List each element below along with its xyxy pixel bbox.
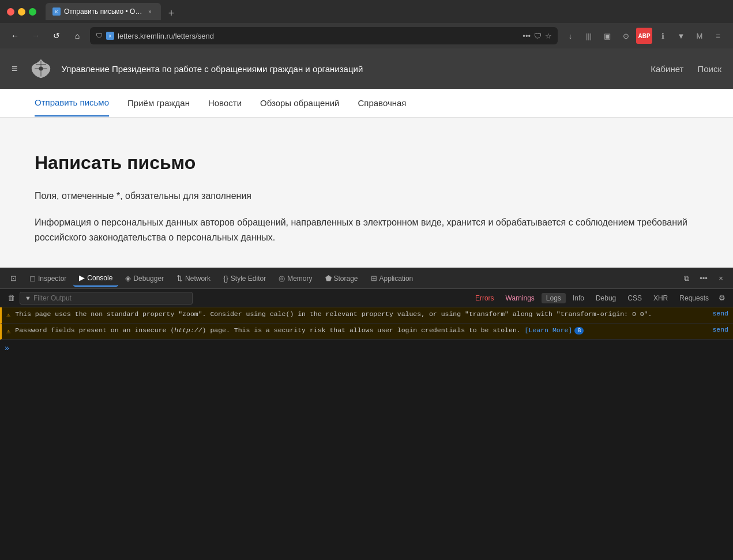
- memory-icon: ◎: [279, 274, 285, 283]
- home-button[interactable]: ⌂: [69, 28, 85, 44]
- cabinet-link[interactable]: Кабинет: [651, 64, 683, 74]
- devtools-application-tab[interactable]: ⊞ Application: [365, 270, 419, 287]
- browser-tab-active[interactable]: К Отправить письмо • Обраще... ×: [46, 3, 161, 20]
- dropdown-button[interactable]: ▼: [673, 28, 689, 44]
- inspector-tab-label: Inspector: [38, 275, 66, 283]
- hamburger-menu-button[interactable]: ≡: [12, 63, 18, 75]
- logs-filter-button[interactable]: Logs: [542, 293, 566, 303]
- traffic-light-green[interactable]: [29, 8, 36, 16]
- site-title: Управление Президента по работе с обраще…: [62, 64, 642, 74]
- application-tab-label: Application: [379, 275, 414, 283]
- console-messages: ⚠ This page uses the non standard proper…: [0, 307, 733, 394]
- main-content: Написать письмо Поля, отмеченные *, обяз…: [0, 118, 733, 268]
- badge-count: 8: [574, 327, 584, 335]
- debug-filter-button[interactable]: Debug: [591, 293, 621, 303]
- network-tab-label: Network: [185, 275, 210, 283]
- nav-item-reference[interactable]: Справочная: [358, 90, 406, 116]
- debugger-tab-label: Debugger: [133, 275, 164, 283]
- clear-console-button[interactable]: 🗑: [5, 292, 17, 305]
- browser-window: К Отправить письмо • Обраще... × + ← → ↺…: [0, 0, 733, 394]
- devtools-network-tab[interactable]: ⇅ Network: [171, 270, 216, 287]
- devtools-panel: ⊡ ◻ Inspector ▶ Console ◈ Debugger ⇅ Net…: [0, 268, 733, 394]
- search-link[interactable]: Поиск: [697, 64, 721, 74]
- message-source-2[interactable]: send: [712, 326, 728, 333]
- account-button[interactable]: ⊙: [618, 28, 634, 44]
- library-button[interactable]: |||: [581, 28, 597, 44]
- back-button[interactable]: ←: [7, 28, 23, 44]
- devtools-memory-tab[interactable]: ◎ Memory: [273, 270, 318, 287]
- nav-right-icons: ↓ ||| ▣ ⊙ ABP ℹ ▼ M ≡: [562, 28, 726, 44]
- storage-icon: ⬟: [325, 274, 332, 283]
- console-settings-button[interactable]: ⚙: [716, 292, 728, 305]
- network-icon: ⇅: [176, 274, 183, 283]
- abp-button[interactable]: ABP: [636, 28, 652, 44]
- debugger-icon: ◈: [125, 274, 131, 283]
- reader-button[interactable]: ▣: [599, 28, 615, 44]
- info-filter-button[interactable]: Info: [568, 293, 589, 303]
- pocket-button[interactable]: M: [691, 28, 708, 44]
- learn-more-link[interactable]: [Learn More]: [525, 326, 573, 334]
- reload-button[interactable]: ↺: [48, 28, 65, 44]
- forward-button[interactable]: →: [28, 28, 44, 44]
- css-filter-button[interactable]: CSS: [623, 293, 646, 303]
- filter-input-wrapper: ▼: [20, 292, 193, 305]
- address-icons: ••• 🛡 ☆: [523, 32, 552, 40]
- memory-tab-label: Memory: [287, 275, 312, 283]
- devtools-toolbar-right: ⧉ ••• ×: [679, 271, 728, 286]
- devtools-storage-tab[interactable]: ⬟ Storage: [319, 270, 364, 287]
- security-icon: 🛡: [96, 32, 103, 40]
- devtools-dock-button[interactable]: ⧉: [679, 271, 694, 286]
- requests-filter-button[interactable]: Requests: [675, 293, 713, 303]
- devtools-responsive-tab[interactable]: ⊡: [5, 270, 22, 287]
- devtools-console-tab[interactable]: ▶ Console: [73, 270, 118, 287]
- website-content: ≡ Управление Президента по работе с обра…: [0, 48, 733, 268]
- svg-point-0: [39, 66, 43, 70]
- tab-favicon: К: [52, 7, 61, 16]
- console-tab-label: Console: [87, 274, 112, 282]
- message-source-1[interactable]: send: [712, 310, 728, 317]
- star-icon[interactable]: ☆: [545, 32, 552, 40]
- address-text: letters.kremlin.ru/letters/send: [118, 32, 519, 40]
- title-bar: К Отправить письмо • Обраще... × +: [0, 0, 733, 23]
- console-message-2: ⚠ Password fields present on an insecure…: [0, 324, 733, 340]
- style-editor-icon: {}: [223, 274, 228, 283]
- filter-input[interactable]: [33, 294, 187, 302]
- traffic-light-red[interactable]: [7, 8, 14, 16]
- site-logo: [29, 57, 52, 80]
- devtools-more-button[interactable]: •••: [696, 271, 711, 286]
- shield-address-icon[interactable]: 🛡: [534, 32, 542, 40]
- traffic-lights: [7, 8, 36, 16]
- download-button[interactable]: ↓: [562, 28, 578, 44]
- info-button[interactable]: ℹ: [655, 28, 671, 44]
- tab-close-button[interactable]: ×: [146, 7, 154, 16]
- more-address-icon[interactable]: •••: [523, 32, 531, 40]
- menu-button[interactable]: ≡: [710, 28, 726, 44]
- nav-item-news[interactable]: Новости: [208, 90, 242, 116]
- message-text-2: Password fields present on an insecure (…: [15, 326, 708, 335]
- page-subtitle: Поля, отмеченные *, обязательны для запо…: [35, 191, 698, 201]
- prompt-chevron-icon: »: [5, 343, 9, 352]
- new-tab-button[interactable]: +: [164, 6, 178, 20]
- console-prompt-row: »: [0, 340, 733, 356]
- devtools-close-button[interactable]: ×: [713, 271, 728, 286]
- nav-item-send-letter[interactable]: Отправить письмо: [35, 89, 109, 116]
- filter-icon: ▼: [25, 295, 31, 302]
- console-filter-buttons: Errors Warnings Logs Info Debug CSS XHR …: [471, 293, 713, 303]
- devtools-debugger-tab[interactable]: ◈ Debugger: [119, 270, 170, 287]
- console-filter-bar: 🗑 ▼ Errors Warnings Logs Info Debug CSS …: [0, 289, 733, 307]
- devtools-inspector-tab[interactable]: ◻ Inspector: [24, 270, 72, 287]
- nav-item-reviews[interactable]: Обзоры обращений: [260, 90, 339, 116]
- nav-item-reception[interactable]: Приём граждан: [127, 90, 190, 116]
- warnings-filter-button[interactable]: Warnings: [501, 293, 539, 303]
- responsive-icon: ⊡: [10, 274, 17, 283]
- devtools-style-editor-tab[interactable]: {} Style Editor: [217, 270, 272, 287]
- errors-filter-button[interactable]: Errors: [471, 293, 499, 303]
- inspector-icon: ◻: [29, 274, 36, 283]
- site-header: ≡ Управление Президента по работе с обра…: [0, 48, 733, 89]
- address-bar[interactable]: 🛡 К letters.kremlin.ru/letters/send ••• …: [90, 27, 558, 44]
- traffic-light-yellow[interactable]: [18, 8, 25, 16]
- warning-icon-1: ⚠: [6, 311, 10, 320]
- devtools-toolbar: ⊡ ◻ Inspector ▶ Console ◈ Debugger ⇅ Net…: [0, 268, 733, 289]
- xhr-filter-button[interactable]: XHR: [649, 293, 672, 303]
- storage-tab-label: Storage: [334, 275, 358, 283]
